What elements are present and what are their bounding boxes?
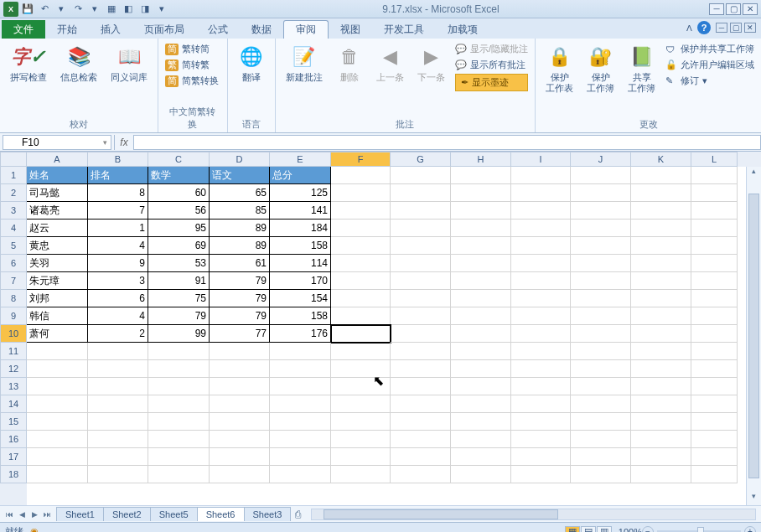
cell-B2[interactable]: 8 (88, 184, 148, 202)
cell-G11[interactable] (391, 343, 451, 360)
cell-C18[interactable] (148, 466, 210, 483)
qat-dropdown-icon[interactable]: ▾ (87, 2, 102, 17)
close-button[interactable]: ✕ (743, 3, 758, 15)
cell-F15[interactable] (331, 413, 391, 431)
row-header[interactable]: 8 (0, 290, 27, 307)
cell-D15[interactable] (210, 413, 270, 431)
cell-A11[interactable] (27, 343, 88, 360)
cell-L1[interactable] (691, 167, 738, 184)
cell-E12[interactable] (270, 360, 331, 378)
cell-I10[interactable] (511, 325, 571, 343)
scroll-up-icon[interactable]: ▴ (747, 167, 761, 180)
page-layout-view-button[interactable]: ▤ (581, 526, 596, 533)
cell-H2[interactable] (451, 184, 511, 202)
cell-D2[interactable]: 65 (210, 184, 270, 202)
cell-D9[interactable]: 79 (210, 307, 270, 325)
cell-L2[interactable] (691, 184, 738, 202)
cell-J10[interactable] (571, 325, 631, 343)
formula-input[interactable] (134, 135, 761, 150)
cell-F4[interactable] (331, 220, 391, 237)
qat-extra-icon[interactable]: ◨ (137, 2, 153, 17)
cell-F16[interactable] (331, 431, 391, 448)
cell-L15[interactable] (691, 413, 738, 431)
protect-share-button[interactable]: 🛡保护并共享工作簿 (665, 42, 754, 56)
cell-D3[interactable]: 85 (210, 202, 270, 220)
cell-C14[interactable] (148, 395, 210, 413)
cell-F9[interactable] (331, 307, 391, 325)
cell-A9[interactable]: 韩信 (27, 307, 88, 325)
cell-K6[interactable] (631, 255, 691, 272)
cell-E1[interactable]: 总分 (270, 167, 331, 184)
cell-G13[interactable] (391, 378, 451, 395)
cell-H18[interactable] (451, 466, 511, 483)
cell-L13[interactable] (691, 378, 738, 395)
cell-F14[interactable] (331, 395, 391, 413)
cell-J18[interactable] (571, 466, 631, 483)
translate-button[interactable]: 🌐 翻译 (235, 42, 268, 85)
cell-A2[interactable]: 司马懿 (27, 184, 88, 202)
row-header[interactable]: 4 (0, 220, 27, 237)
cell-E6[interactable]: 114 (270, 255, 331, 272)
cell-I18[interactable] (511, 466, 571, 483)
cell-H6[interactable] (451, 255, 511, 272)
cell-I12[interactable] (511, 360, 571, 378)
qat-extra-icon[interactable]: ▦ (104, 2, 119, 17)
cell-I16[interactable] (511, 431, 571, 448)
cell-C3[interactable]: 56 (148, 202, 210, 220)
doc-close-button[interactable]: ✕ (744, 23, 756, 33)
protect-sheet-button[interactable]: 🔒 保护 工作表 (542, 42, 577, 96)
tab-home[interactable]: 开始 (45, 20, 89, 39)
cells-grid[interactable]: 姓名排名数学语文总分司马懿86065125诸葛亮75685141赵云195891… (27, 167, 746, 505)
cell-D5[interactable]: 89 (210, 237, 270, 255)
cell-H7[interactable] (451, 272, 511, 290)
cell-J16[interactable] (571, 431, 631, 448)
cell-D14[interactable] (210, 395, 270, 413)
cell-C11[interactable] (148, 343, 210, 360)
cell-F6[interactable] (331, 255, 391, 272)
cell-G16[interactable] (391, 431, 451, 448)
cell-K2[interactable] (631, 184, 691, 202)
cell-A5[interactable]: 黄忠 (27, 237, 88, 255)
cell-G2[interactable] (391, 184, 451, 202)
cell-F7[interactable] (331, 272, 391, 290)
showall-comments-button[interactable]: 💬显示所有批注 (455, 58, 528, 72)
cell-D17[interactable] (210, 448, 270, 466)
normal-view-button[interactable]: ▦ (565, 526, 580, 533)
cell-E11[interactable] (270, 343, 331, 360)
select-all-corner[interactable] (0, 152, 27, 167)
zoom-out-button[interactable]: − (642, 526, 654, 533)
cell-E17[interactable] (270, 448, 331, 466)
cell-D10[interactable]: 77 (210, 325, 270, 343)
cell-C8[interactable]: 75 (148, 290, 210, 307)
cell-B4[interactable]: 1 (88, 220, 148, 237)
row-header[interactable]: 11 (0, 343, 27, 360)
cell-B7[interactable]: 3 (88, 272, 148, 290)
cell-D18[interactable] (210, 466, 270, 483)
cell-F8[interactable] (331, 290, 391, 307)
cell-J14[interactable] (571, 395, 631, 413)
cell-C1[interactable]: 数学 (148, 167, 210, 184)
row-header[interactable]: 12 (0, 360, 27, 378)
cell-A1[interactable]: 姓名 (27, 167, 88, 184)
column-header-D[interactable]: D (210, 152, 270, 167)
cell-D12[interactable] (210, 360, 270, 378)
cell-L3[interactable] (691, 202, 738, 220)
column-header-F[interactable]: F (331, 152, 391, 167)
cell-H1[interactable] (451, 167, 511, 184)
cell-K14[interactable] (631, 395, 691, 413)
sheet-tab[interactable]: Sheet2 (103, 507, 151, 521)
qat-dropdown-icon[interactable]: ▾ (54, 2, 69, 17)
fx-label[interactable]: fx (114, 135, 134, 150)
new-comment-button[interactable]: 📝 新建批注 (282, 42, 326, 85)
sheet-nav-prev[interactable]: ◀ (16, 510, 28, 519)
cell-B11[interactable] (88, 343, 148, 360)
cell-C17[interactable] (148, 448, 210, 466)
row-header[interactable]: 18 (0, 466, 27, 483)
simp-to-trad-button[interactable]: 繁简转繁 (165, 58, 219, 72)
cell-C4[interactable]: 95 (148, 220, 210, 237)
cell-F12[interactable] (331, 360, 391, 378)
tab-view[interactable]: 视图 (329, 20, 372, 39)
cell-D7[interactable]: 79 (210, 272, 270, 290)
cell-E8[interactable]: 154 (270, 290, 331, 307)
cell-B10[interactable]: 2 (88, 325, 148, 343)
